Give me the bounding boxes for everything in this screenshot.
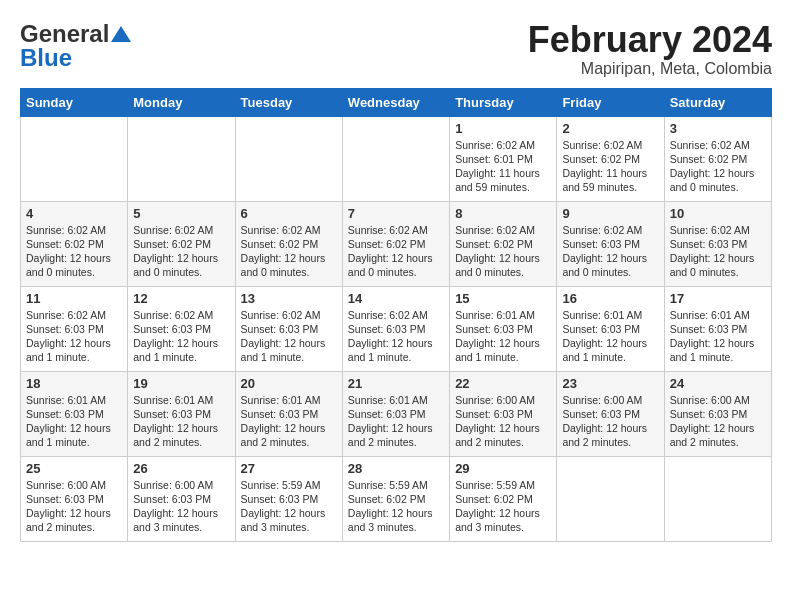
calendar-cell: 21Sunrise: 6:01 AM Sunset: 6:03 PM Dayli… (342, 371, 449, 456)
day-info: Sunrise: 6:01 AM Sunset: 6:03 PM Dayligh… (562, 308, 658, 365)
day-info: Sunrise: 6:02 AM Sunset: 6:03 PM Dayligh… (26, 308, 122, 365)
day-info: Sunrise: 6:02 AM Sunset: 6:01 PM Dayligh… (455, 138, 551, 195)
day-info: Sunrise: 6:00 AM Sunset: 6:03 PM Dayligh… (455, 393, 551, 450)
calendar-cell: 6Sunrise: 6:02 AM Sunset: 6:02 PM Daylig… (235, 201, 342, 286)
day-number: 24 (670, 376, 766, 391)
day-info: Sunrise: 6:00 AM Sunset: 6:03 PM Dayligh… (133, 478, 229, 535)
calendar-cell: 17Sunrise: 6:01 AM Sunset: 6:03 PM Dayli… (664, 286, 771, 371)
day-number: 22 (455, 376, 551, 391)
day-number: 21 (348, 376, 444, 391)
day-number: 18 (26, 376, 122, 391)
day-info: Sunrise: 6:02 AM Sunset: 6:02 PM Dayligh… (455, 223, 551, 280)
calendar-cell: 12Sunrise: 6:02 AM Sunset: 6:03 PM Dayli… (128, 286, 235, 371)
column-header-sunday: Sunday (21, 88, 128, 116)
calendar-cell (664, 456, 771, 541)
day-info: Sunrise: 6:02 AM Sunset: 6:02 PM Dayligh… (133, 223, 229, 280)
day-number: 29 (455, 461, 551, 476)
day-number: 15 (455, 291, 551, 306)
day-number: 26 (133, 461, 229, 476)
day-number: 20 (241, 376, 337, 391)
day-info: Sunrise: 6:00 AM Sunset: 6:03 PM Dayligh… (562, 393, 658, 450)
calendar-cell: 24Sunrise: 6:00 AM Sunset: 6:03 PM Dayli… (664, 371, 771, 456)
calendar-cell: 4Sunrise: 6:02 AM Sunset: 6:02 PM Daylig… (21, 201, 128, 286)
day-number: 1 (455, 121, 551, 136)
day-info: Sunrise: 6:01 AM Sunset: 6:03 PM Dayligh… (241, 393, 337, 450)
day-info: Sunrise: 6:02 AM Sunset: 6:02 PM Dayligh… (241, 223, 337, 280)
calendar-subtitle: Mapiripan, Meta, Colombia (528, 60, 772, 78)
calendar-cell: 22Sunrise: 6:00 AM Sunset: 6:03 PM Dayli… (450, 371, 557, 456)
day-number: 8 (455, 206, 551, 221)
calendar-cell: 1Sunrise: 6:02 AM Sunset: 6:01 PM Daylig… (450, 116, 557, 201)
day-info: Sunrise: 6:02 AM Sunset: 6:03 PM Dayligh… (133, 308, 229, 365)
day-info: Sunrise: 6:02 AM Sunset: 6:03 PM Dayligh… (670, 223, 766, 280)
calendar-cell: 5Sunrise: 6:02 AM Sunset: 6:02 PM Daylig… (128, 201, 235, 286)
day-number: 4 (26, 206, 122, 221)
calendar-week-row: 1Sunrise: 6:02 AM Sunset: 6:01 PM Daylig… (21, 116, 772, 201)
day-number: 14 (348, 291, 444, 306)
column-header-monday: Monday (128, 88, 235, 116)
day-info: Sunrise: 6:02 AM Sunset: 6:02 PM Dayligh… (26, 223, 122, 280)
day-info: Sunrise: 6:02 AM Sunset: 6:03 PM Dayligh… (562, 223, 658, 280)
day-number: 12 (133, 291, 229, 306)
calendar-cell: 7Sunrise: 6:02 AM Sunset: 6:02 PM Daylig… (342, 201, 449, 286)
day-number: 10 (670, 206, 766, 221)
day-number: 27 (241, 461, 337, 476)
calendar-cell: 28Sunrise: 5:59 AM Sunset: 6:02 PM Dayli… (342, 456, 449, 541)
day-number: 7 (348, 206, 444, 221)
calendar-cell (235, 116, 342, 201)
logo-icon (110, 23, 132, 45)
calendar-cell: 3Sunrise: 6:02 AM Sunset: 6:02 PM Daylig… (664, 116, 771, 201)
day-info: Sunrise: 5:59 AM Sunset: 6:02 PM Dayligh… (455, 478, 551, 535)
calendar-cell: 25Sunrise: 6:00 AM Sunset: 6:03 PM Dayli… (21, 456, 128, 541)
day-info: Sunrise: 6:02 AM Sunset: 6:02 PM Dayligh… (562, 138, 658, 195)
calendar-cell: 15Sunrise: 6:01 AM Sunset: 6:03 PM Dayli… (450, 286, 557, 371)
column-header-friday: Friday (557, 88, 664, 116)
calendar-week-row: 11Sunrise: 6:02 AM Sunset: 6:03 PM Dayli… (21, 286, 772, 371)
calendar-header-row: SundayMondayTuesdayWednesdayThursdayFrid… (21, 88, 772, 116)
calendar-cell: 19Sunrise: 6:01 AM Sunset: 6:03 PM Dayli… (128, 371, 235, 456)
day-info: Sunrise: 6:01 AM Sunset: 6:03 PM Dayligh… (455, 308, 551, 365)
calendar-cell: 29Sunrise: 5:59 AM Sunset: 6:02 PM Dayli… (450, 456, 557, 541)
page-header: General Blue February 2024 Mapiripan, Me… (20, 20, 772, 78)
day-info: Sunrise: 6:02 AM Sunset: 6:03 PM Dayligh… (348, 308, 444, 365)
day-info: Sunrise: 6:00 AM Sunset: 6:03 PM Dayligh… (26, 478, 122, 535)
calendar-cell: 14Sunrise: 6:02 AM Sunset: 6:03 PM Dayli… (342, 286, 449, 371)
calendar-cell: 13Sunrise: 6:02 AM Sunset: 6:03 PM Dayli… (235, 286, 342, 371)
calendar-cell: 2Sunrise: 6:02 AM Sunset: 6:02 PM Daylig… (557, 116, 664, 201)
day-number: 19 (133, 376, 229, 391)
day-number: 3 (670, 121, 766, 136)
calendar-cell: 8Sunrise: 6:02 AM Sunset: 6:02 PM Daylig… (450, 201, 557, 286)
day-number: 28 (348, 461, 444, 476)
calendar-title: February 2024 (528, 20, 772, 60)
day-info: Sunrise: 6:01 AM Sunset: 6:03 PM Dayligh… (670, 308, 766, 365)
calendar-cell (557, 456, 664, 541)
day-info: Sunrise: 5:59 AM Sunset: 6:02 PM Dayligh… (348, 478, 444, 535)
day-info: Sunrise: 6:01 AM Sunset: 6:03 PM Dayligh… (26, 393, 122, 450)
calendar-cell: 16Sunrise: 6:01 AM Sunset: 6:03 PM Dayli… (557, 286, 664, 371)
calendar-cell: 10Sunrise: 6:02 AM Sunset: 6:03 PM Dayli… (664, 201, 771, 286)
day-info: Sunrise: 6:02 AM Sunset: 6:03 PM Dayligh… (241, 308, 337, 365)
day-number: 2 (562, 121, 658, 136)
calendar-cell: 27Sunrise: 5:59 AM Sunset: 6:03 PM Dayli… (235, 456, 342, 541)
day-number: 6 (241, 206, 337, 221)
calendar-cell: 11Sunrise: 6:02 AM Sunset: 6:03 PM Dayli… (21, 286, 128, 371)
calendar-cell: 26Sunrise: 6:00 AM Sunset: 6:03 PM Dayli… (128, 456, 235, 541)
calendar-cell (342, 116, 449, 201)
title-block: February 2024 Mapiripan, Meta, Colombia (528, 20, 772, 78)
day-info: Sunrise: 6:01 AM Sunset: 6:03 PM Dayligh… (348, 393, 444, 450)
day-number: 17 (670, 291, 766, 306)
day-number: 5 (133, 206, 229, 221)
calendar-cell: 23Sunrise: 6:00 AM Sunset: 6:03 PM Dayli… (557, 371, 664, 456)
column-header-thursday: Thursday (450, 88, 557, 116)
calendar-cell: 20Sunrise: 6:01 AM Sunset: 6:03 PM Dayli… (235, 371, 342, 456)
day-info: Sunrise: 6:00 AM Sunset: 6:03 PM Dayligh… (670, 393, 766, 450)
column-header-wednesday: Wednesday (342, 88, 449, 116)
calendar-cell: 9Sunrise: 6:02 AM Sunset: 6:03 PM Daylig… (557, 201, 664, 286)
day-info: Sunrise: 6:01 AM Sunset: 6:03 PM Dayligh… (133, 393, 229, 450)
day-number: 16 (562, 291, 658, 306)
calendar-cell (128, 116, 235, 201)
calendar-week-row: 25Sunrise: 6:00 AM Sunset: 6:03 PM Dayli… (21, 456, 772, 541)
day-info: Sunrise: 6:02 AM Sunset: 6:02 PM Dayligh… (670, 138, 766, 195)
calendar-cell (21, 116, 128, 201)
column-header-saturday: Saturday (664, 88, 771, 116)
